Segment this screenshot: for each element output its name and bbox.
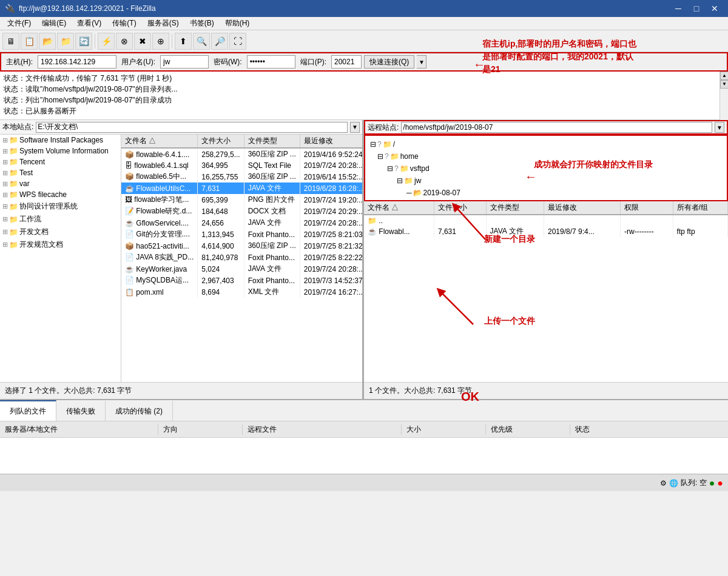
maximize-button[interactable]: □ — [688, 0, 705, 17]
local-file-row[interactable]: 📝 Flowable研究.d... 184,648 DOCX 文档 2019/7… — [121, 206, 362, 217]
remote-file-row[interactable]: 📁 .. — [364, 215, 728, 226]
col-filename[interactable]: 文件名 △ — [364, 201, 434, 215]
col-type[interactable]: 文件类型 — [486, 201, 544, 215]
local-tree-item[interactable]: ⊞ 📁 WPS filecache — [0, 189, 121, 200]
toolbar-btn9[interactable]: ⊕ — [152, 33, 169, 50]
local-file-row[interactable]: 📦 hao521-activiti... 4,614,900 360压缩 ZIP… — [121, 240, 362, 252]
local-file-row[interactable]: 📄 MySQLDBA运... 2,967,403 Foxit Phanto...… — [121, 275, 362, 286]
local-file-row[interactable]: 📄 Git的分支管理.... 1,313,945 Foxit Phanto...… — [121, 229, 362, 240]
local-tree-item[interactable]: ⊞ 📁 var — [0, 178, 121, 189]
menu-bookmark[interactable]: 书签(B) — [185, 17, 219, 30]
folder-icon: 📁 — [9, 215, 18, 224]
menu-transfer[interactable]: 传输(T) — [107, 17, 141, 30]
remote-tree-root[interactable]: ⊟ ? 📁 / — [368, 138, 724, 150]
toolbar-btn5[interactable]: 🔄 — [75, 33, 92, 50]
tree-label: 协同设计管理系统 — [19, 201, 78, 212]
folder-icon: 📁 — [9, 147, 18, 155]
transfer-tab-queue[interactable]: 列队的文件 — [0, 400, 56, 421]
local-tree-item[interactable]: ⊞ 📁 Test — [0, 167, 121, 178]
file-owner: ftp ftp — [673, 226, 727, 237]
expand-icon: ⊞ — [2, 169, 8, 177]
local-path-input[interactable] — [36, 122, 348, 133]
local-file-row[interactable]: 📦 flowable-6.4.1.... 258,279,5... 360压缩 … — [121, 148, 362, 160]
scrollbar-down[interactable]: ▼ — [720, 80, 728, 89]
remote-file-row-flowabl[interactable]: ☕ Flowabl... 7,631 JAVA 文件 2019/8/7 9:4.… — [364, 226, 728, 237]
local-tree-item[interactable]: ⊞ 📁 工作流 — [0, 213, 121, 226]
file-size: 4,614,900 — [198, 240, 244, 252]
toolbar-btn11[interactable]: 🔍 — [193, 33, 210, 50]
local-file-row[interactable]: 📦 flowable6.5中... 16,255,755 360压缩 ZIP .… — [121, 171, 362, 183]
col-size[interactable]: 文件大小 — [434, 201, 486, 215]
col-date[interactable]: 最近修改 — [544, 201, 620, 215]
col-type[interactable]: 文件类型 — [244, 135, 300, 148]
col-owner[interactable]: 所有者/组 — [673, 201, 727, 215]
toolbar-btn3[interactable]: 📂 — [39, 33, 56, 50]
toolbar-btn2[interactable]: 📋 — [21, 33, 38, 50]
folder-icon: 📁 — [9, 179, 18, 188]
toolbar-btn12[interactable]: 🔎 — [211, 33, 228, 50]
remote-path-input[interactable] — [401, 122, 712, 133]
remote-path-dropdown[interactable]: ▼ — [715, 122, 724, 133]
local-tree-item[interactable]: ⊞ 📁 协同设计管理系统 — [0, 200, 121, 213]
toolbar-btn8[interactable]: ✖ — [134, 33, 151, 50]
local-tree-item[interactable]: ⊞ 📁 开发规范文档 — [0, 238, 121, 251]
port-input[interactable] — [331, 55, 362, 69]
minimize-button[interactable]: ─ — [670, 0, 687, 17]
file-type: Foxit Phanto... — [244, 229, 300, 240]
file-date: 2019/8/7 9:4... — [544, 226, 620, 237]
local-tree-item[interactable]: ⊞ 📁 开发文档 — [0, 226, 121, 238]
local-file-row[interactable]: ☕ GflowServicel.... 24,656 JAVA 文件 2019/… — [121, 217, 362, 229]
local-path-dropdown[interactable]: ▼ — [350, 122, 360, 133]
quick-connect-button[interactable]: 快速连接(Q) — [364, 55, 414, 69]
col-filename[interactable]: 文件名 △ — [121, 135, 198, 148]
local-file-row-selected[interactable]: ☕ FlowableUtilsC... 7,631 JAVA 文件 2019/6… — [121, 183, 362, 194]
local-file-row[interactable]: 🖼 flowable学习笔... 695,399 PNG 图片文件 2019/7… — [121, 194, 362, 206]
col-perm[interactable]: 权限 — [621, 201, 673, 215]
menu-help[interactable]: 帮助(H) — [220, 17, 255, 30]
toolbar-new-site[interactable]: 🖥 — [2, 33, 19, 50]
remote-files-area[interactable]: 文件名 △ 文件大小 文件类型 最近修改 权限 所有者/组 📁 .. — [364, 201, 728, 382]
local-tree-item[interactable]: ⊞ 📁 Software Install Packages — [0, 135, 121, 146]
local-tree-item[interactable]: ⊞ 📁 System Volume Information — [0, 146, 121, 156]
remote-tree-jw[interactable]: ⊟ 📁 jw — [368, 175, 724, 187]
local-file-row[interactable]: 🗄 flowable6.4.1.sql 364,995 SQL Text Fil… — [121, 160, 362, 171]
password-input[interactable] — [247, 55, 295, 69]
toolbar-btn7[interactable]: ⊗ — [116, 33, 133, 50]
tree-label: Test — [19, 169, 33, 177]
status-scrollbar[interactable]: ▲ ▼ — [720, 72, 728, 120]
col-date[interactable]: 最近修改 — [300, 135, 362, 148]
local-file-row[interactable]: ☕ KeyWorker.java 5,024 JAVA 文件 2019/7/24… — [121, 263, 362, 275]
file-date: 2019/7/24 20:29:.. — [300, 206, 362, 217]
globe-icon[interactable]: 🌐 — [669, 479, 678, 487]
menu-file[interactable]: 文件(F) — [2, 17, 36, 30]
toolbar-btn10[interactable]: ⬆ — [175, 33, 192, 50]
toolbar-btn13[interactable]: ⛶ — [229, 33, 246, 50]
file-name: 📄 JAVA 8实践_PD... — [121, 252, 198, 263]
col-size[interactable]: 文件大小 — [198, 135, 244, 148]
tree-label: WPS filecache — [19, 190, 67, 199]
quick-connect-dropdown[interactable]: ▼ — [417, 55, 426, 69]
close-button[interactable]: ✕ — [706, 0, 723, 17]
tree-label: Tencent — [19, 158, 45, 166]
local-files-scroll[interactable]: 文件名 △ 文件大小 文件类型 最近修改 📦 flowable-6.4.1...… — [121, 135, 362, 382]
username-input[interactable] — [160, 55, 209, 69]
remote-tree-home[interactable]: ⊟ ? 📁 home — [368, 150, 724, 162]
local-tree-item[interactable]: ⊞ 📁 Tencent — [0, 156, 121, 167]
scrollbar-up[interactable]: ▲ — [720, 72, 728, 80]
toolbar-btn4[interactable]: 📁 — [57, 33, 74, 50]
local-file-row[interactable]: 📄 JAVA 8实践_PD... 81,240,978 Foxit Phanto… — [121, 252, 362, 263]
menu-view[interactable]: 查看(V) — [72, 17, 106, 30]
file-size: 5,024 — [198, 263, 244, 275]
file-type — [486, 215, 544, 226]
local-file-row[interactable]: 📋 pom.xml 8,694 XML 文件 2019/7/24 16:27:.… — [121, 286, 362, 298]
menu-edit[interactable]: 编辑(E) — [37, 17, 71, 30]
gear-icon[interactable]: ⚙ — [660, 479, 667, 487]
transfer-tab-success[interactable]: 成功的传输 (2) — [106, 400, 173, 421]
toolbar-btn6[interactable]: ⚡ — [98, 33, 115, 50]
host-input[interactable] — [38, 55, 116, 69]
transfer-tab-failed[interactable]: 传输失败 — [56, 400, 106, 421]
remote-tree-2019[interactable]: ─ 📂 2019-08-07 — [368, 187, 724, 199]
remote-tree-vsftpd[interactable]: ⊟ ? 📁 vsftpd — [368, 162, 724, 175]
file-name: 📁 .. — [364, 215, 434, 226]
menu-server[interactable]: 服务器(S) — [143, 17, 184, 30]
